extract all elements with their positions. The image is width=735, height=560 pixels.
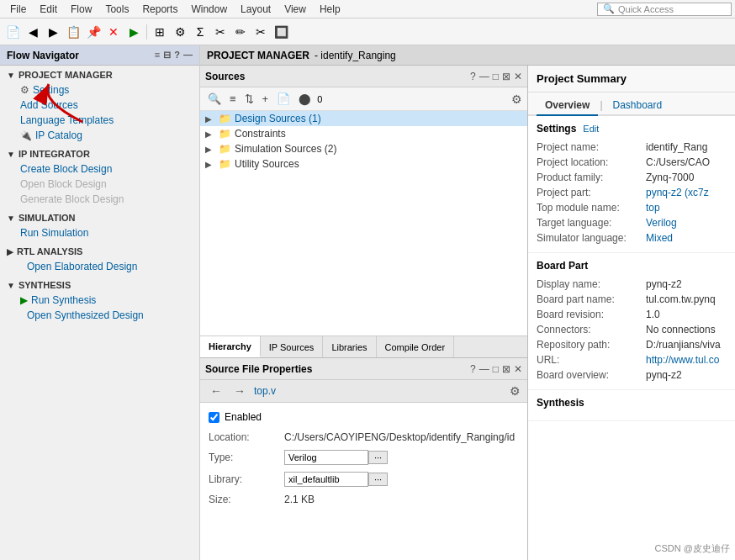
tab-libraries[interactable]: Libraries <box>323 336 376 357</box>
menu-help[interactable]: Help <box>313 2 347 17</box>
sources-search-btn[interactable]: 🔍 <box>205 92 224 106</box>
sources-add-btn[interactable]: + <box>260 92 272 106</box>
menu-view[interactable]: View <box>278 2 313 17</box>
nav-icon-4[interactable]: — <box>183 50 193 61</box>
ps-project-location-label: Project location: <box>537 156 646 168</box>
sfp-gear-btn[interactable]: ⚙ <box>510 384 521 398</box>
nav-icon-3[interactable]: ? <box>174 50 180 61</box>
sfp-enabled-row: Enabled <box>200 406 527 428</box>
sfp-float-icon[interactable]: □ <box>493 363 499 375</box>
nav-run-simulation[interactable]: Run Simulation <box>0 225 199 240</box>
run-btn[interactable]: ▶ <box>124 23 143 41</box>
ps-board-overview-row: Board overview: pynq-z2 <box>537 367 727 383</box>
menu-window[interactable]: Window <box>184 2 234 17</box>
sum-btn[interactable]: Σ <box>191 23 209 41</box>
tab-dashboard[interactable]: Dashboard <box>605 96 671 116</box>
new-btn[interactable]: 📄 <box>3 23 22 41</box>
flow-nav-title: Flow Navigator <box>7 50 79 61</box>
menu-flow[interactable]: Flow <box>64 2 98 17</box>
menu-edit[interactable]: Edit <box>33 2 64 17</box>
forward-btn[interactable]: ▶ <box>44 23 62 41</box>
ps-display-name-row: Display name: pynq-z2 <box>537 277 727 292</box>
sources-gear-btn[interactable]: ⚙ <box>511 92 522 106</box>
section-header-rtl[interactable]: ▶ RTL ANALYSIS <box>0 244 199 259</box>
sim-sources-arrow: ▶ <box>205 145 215 154</box>
nav-icon-2[interactable]: ⊟ <box>163 50 171 61</box>
nav-open-synth-label: Open Synthesized Design <box>27 309 144 321</box>
tree-utility-sources[interactable]: ▶ 📁 Utility Sources <box>200 156 527 172</box>
section-header-synth[interactable]: ▼ SYNTHESIS <box>0 277 199 293</box>
sfp-title: Source File Properties <box>205 363 470 375</box>
separator1 <box>146 24 147 40</box>
tab-overview[interactable]: Overview <box>537 96 598 116</box>
sim-arrow: ▼ <box>7 214 15 223</box>
nav-icon-1[interactable]: ≡ <box>155 50 160 61</box>
sources-collapse-btn[interactable]: ≡ <box>227 92 239 106</box>
pm-header-project: - identify_Ranging <box>315 50 396 61</box>
copy-btn[interactable]: 📋 <box>64 23 82 41</box>
tab-ip-sources[interactable]: IP Sources <box>261 336 324 357</box>
ps-settings-section: Settings Edit Project name: identify_Ran… <box>528 116 735 253</box>
menu-layout[interactable]: Layout <box>234 2 278 17</box>
ps-url-label: URL: <box>537 354 646 366</box>
trim-btn[interactable]: ✂ <box>251 23 270 41</box>
sfp-help-icon[interactable]: ? <box>470 363 476 375</box>
sources-circle-btn[interactable]: ⬤ <box>296 92 314 106</box>
sfp-right-btn[interactable]: → <box>230 383 249 399</box>
menu-tools[interactable]: Tools <box>98 2 135 17</box>
settings-btn[interactable]: ⚙ <box>171 23 189 41</box>
sfp-left-btn[interactable]: ← <box>207 383 225 399</box>
grid-btn[interactable]: ⊞ <box>151 23 169 41</box>
sources-file-btn[interactable]: 📄 <box>274 92 293 106</box>
sfp-library-btn[interactable]: ··· <box>368 473 388 486</box>
sources-minimize-icon[interactable]: — <box>479 71 489 82</box>
delete-btn[interactable]: ✕ <box>104 23 123 41</box>
cut-btn[interactable]: ✂ <box>211 23 230 41</box>
tree-design-sources[interactable]: ▶ 📁 Design Sources (1) <box>200 111 527 126</box>
sources-maximize-icon[interactable]: ⊠ <box>502 71 510 82</box>
tab-compile-order[interactable]: Compile Order <box>377 336 455 357</box>
nav-ip-catalog[interactable]: 🔌 IP Catalog <box>0 128 199 143</box>
ps-board-part-name-row: Board part name: tul.com.tw.pynq <box>537 292 727 307</box>
tree-simulation-sources[interactable]: ▶ 📁 Simulation Sources (2) <box>200 141 527 156</box>
sources-close-icon[interactable]: ✕ <box>514 71 522 82</box>
sfp-enabled-checkbox[interactable] <box>209 412 219 423</box>
section-header-sim[interactable]: ▼ SIMULATION <box>0 210 199 225</box>
nav-add-sources[interactable]: Add Sources <box>0 98 199 113</box>
sources-float-icon[interactable]: □ <box>493 71 499 82</box>
nav-open-block[interactable]: Open Block Design <box>0 177 199 192</box>
nav-run-synthesis[interactable]: ▶ Run Synthesis <box>0 293 199 308</box>
nav-generate-block[interactable]: Generate Block Design <box>0 192 199 207</box>
nav-open-elaborated[interactable]: Open Elaborated Design <box>0 259 199 274</box>
back-btn[interactable]: ◀ <box>24 23 42 41</box>
sources-help-icon[interactable]: ? <box>470 71 476 82</box>
sfp-library-input[interactable] <box>284 472 368 487</box>
menu-reports[interactable]: Reports <box>135 2 184 17</box>
nav-open-synthesized[interactable]: Open Synthesized Design <box>0 308 199 323</box>
section-header-ipi[interactable]: ▼ IP INTEGRATOR <box>0 146 199 161</box>
rtl-title: RTL ANALYSIS <box>17 246 82 256</box>
menu-file[interactable]: File <box>3 2 33 17</box>
sfp-minimize-icon[interactable]: — <box>479 363 489 375</box>
tab-hierarchy[interactable]: Hierarchy <box>200 336 261 357</box>
quick-access-search[interactable]: 🔍 Quick Access <box>597 3 732 16</box>
ps-edit-link[interactable]: Edit <box>583 124 599 134</box>
sfp-maximize-icon[interactable]: ⊠ <box>502 363 510 375</box>
ps-project-location-row: Project location: C:/Users/CAO <box>537 155 727 170</box>
nav-language-templates[interactable]: Language Templates <box>0 113 199 128</box>
sfp-close-icon[interactable]: ✕ <box>514 363 522 375</box>
sfp-type-btn[interactable]: ··· <box>368 451 388 464</box>
block-btn[interactable]: 🔲 <box>272 23 290 41</box>
sfp-header: Source File Properties ? — □ ⊠ ✕ <box>200 358 527 380</box>
nav-create-block[interactable]: Create Block Design <box>0 161 199 177</box>
section-header-pm[interactable]: ▼ PROJECT MANAGER <box>0 67 199 82</box>
tree-constraints[interactable]: ▶ 📁 Constraints <box>200 126 527 141</box>
sources-filter-btn[interactable]: ⇅ <box>242 92 256 106</box>
edit-btn[interactable]: ✏ <box>231 23 250 41</box>
section-rtl: ▶ RTL ANALYSIS Open Elaborated Design <box>0 242 199 276</box>
section-project-manager: ▼ PROJECT MANAGER ⚙ Settings Add Sources… <box>0 66 199 145</box>
nav-settings[interactable]: ⚙ Settings <box>0 82 199 98</box>
sfp-type-input[interactable] <box>284 450 368 465</box>
ps-connectors-row: Connectors: No connections <box>537 322 727 337</box>
pin-btn[interactable]: 📌 <box>84 23 103 41</box>
